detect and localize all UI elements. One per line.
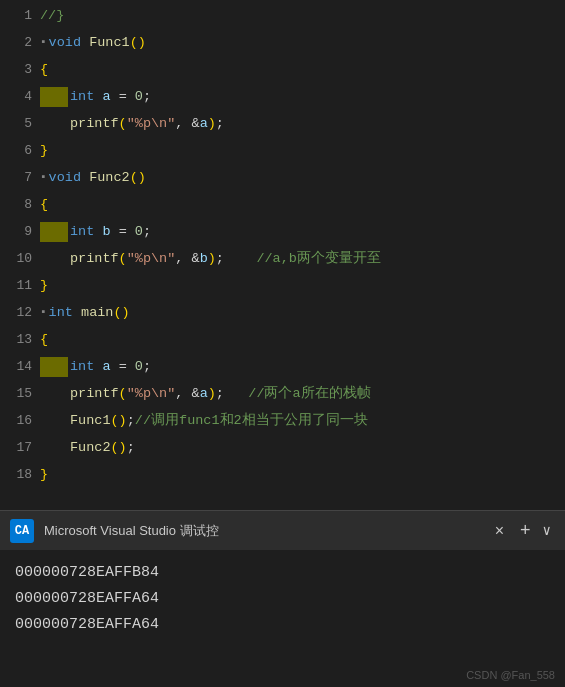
brace-open-3: { bbox=[40, 326, 48, 353]
code-line-5: printf ( "%p\n" , & a ) ; bbox=[40, 110, 565, 137]
keyword-void-1: void bbox=[49, 29, 81, 56]
comment-3: //两个a所在的栈帧 bbox=[248, 380, 370, 407]
var-a-2: a bbox=[102, 353, 110, 380]
terminal-bar: CA Microsoft Visual Studio 调试控 × + ∨ bbox=[0, 510, 565, 550]
line-num-14: 14 bbox=[0, 353, 32, 380]
str-3: "%p\n" bbox=[127, 380, 176, 407]
code-line-6: } bbox=[40, 137, 565, 164]
output-line-3: 000000728EAFFA64 bbox=[15, 612, 550, 638]
num-0-2: 0 bbox=[135, 218, 143, 245]
keyword-int-2: int bbox=[70, 218, 94, 245]
output-line-2: 000000728EAFFA64 bbox=[15, 586, 550, 612]
comment-4: //调用func1和2相当于公用了同一块 bbox=[135, 407, 368, 434]
line-num-18: 18 bbox=[0, 461, 32, 488]
line-num-11: 11 bbox=[0, 272, 32, 299]
code-line-7: ▪ void Func2 () bbox=[40, 164, 565, 191]
code-line-15: printf ( "%p\n" , & a ) ; //两个a所在的栈帧 bbox=[40, 380, 565, 407]
brace-close-3: } bbox=[40, 461, 48, 488]
code-line-1: //} bbox=[40, 2, 565, 29]
line-num-7: 7 bbox=[0, 164, 32, 191]
line-num-10: 10 bbox=[0, 245, 32, 272]
printf-1: printf bbox=[70, 110, 119, 137]
highlight-block-1 bbox=[40, 87, 68, 107]
line-num-5: 5 bbox=[0, 110, 32, 137]
code-line-16: Func1 () ; //调用func1和2相当于公用了同一块 bbox=[40, 407, 565, 434]
comment-1: //} bbox=[40, 2, 64, 29]
code-line-11: } bbox=[40, 272, 565, 299]
keyword-int-main: int bbox=[49, 299, 73, 326]
keyword-int-1: int bbox=[70, 83, 94, 110]
line-num-6: 6 bbox=[0, 137, 32, 164]
code-line-18: } bbox=[40, 461, 565, 488]
code-line-10: printf ( "%p\n" , & b ) ; //a,b两个变量开至 bbox=[40, 245, 565, 272]
func-name-2: Func2 bbox=[89, 164, 130, 191]
line-num-3: 3 bbox=[0, 56, 32, 83]
func2-call: Func2 bbox=[70, 434, 111, 461]
terminal-icon-label: CA bbox=[15, 524, 29, 538]
output-line-1: 000000728EAFFB84 bbox=[15, 560, 550, 586]
line-num-15: 15 bbox=[0, 380, 32, 407]
line-num-12: 12 bbox=[0, 299, 32, 326]
func-name-1: Func1 bbox=[89, 29, 130, 56]
output-area: 000000728EAFFB84 000000728EAFFA64 000000… bbox=[0, 550, 565, 687]
code-line-3: { bbox=[40, 56, 565, 83]
code-line-17: Func2 () ; bbox=[40, 434, 565, 461]
terminal-add-button[interactable]: + bbox=[512, 520, 539, 541]
comment-2: //a,b两个变量开至 bbox=[256, 245, 381, 272]
terminal-chevron-button[interactable]: ∨ bbox=[539, 522, 555, 539]
func1-call: Func1 bbox=[70, 407, 111, 434]
keyword-int-3: int bbox=[70, 353, 94, 380]
code-line-12: ▪ int main () bbox=[40, 299, 565, 326]
code-line-13: { bbox=[40, 326, 565, 353]
printf-3: printf bbox=[70, 380, 119, 407]
var-a-1: a bbox=[102, 83, 110, 110]
line-num-1: 1 bbox=[0, 2, 32, 29]
highlight-block-3 bbox=[40, 357, 68, 377]
terminal-icon: CA bbox=[10, 519, 34, 543]
line-num-17: 17 bbox=[0, 434, 32, 461]
printf-2: printf bbox=[70, 245, 119, 272]
str-2: "%p\n" bbox=[127, 245, 176, 272]
line-num-16: 16 bbox=[0, 407, 32, 434]
num-0-3: 0 bbox=[135, 353, 143, 380]
line-num-8: 8 bbox=[0, 191, 32, 218]
code-line-2: ▪ void Func1 () bbox=[40, 29, 565, 56]
collapse-icon-3[interactable]: ▪ bbox=[40, 299, 47, 326]
num-0-1: 0 bbox=[135, 83, 143, 110]
collapse-icon-1[interactable]: ▪ bbox=[40, 29, 47, 56]
terminal-title: Microsoft Visual Studio 调试控 bbox=[44, 522, 487, 540]
str-1: "%p\n" bbox=[127, 110, 176, 137]
brace-open-1: { bbox=[40, 56, 48, 83]
line-num-13: 13 bbox=[0, 326, 32, 353]
brace-close-1: } bbox=[40, 137, 48, 164]
code-editor: 1 2 3 4 5 6 7 8 9 10 11 12 13 14 15 16 1… bbox=[0, 0, 565, 510]
var-b: b bbox=[102, 218, 110, 245]
code-line-8: { bbox=[40, 191, 565, 218]
keyword-void-2: void bbox=[49, 164, 81, 191]
highlight-block-2 bbox=[40, 222, 68, 242]
brace-open-2: { bbox=[40, 191, 48, 218]
func-name-main: main bbox=[81, 299, 113, 326]
code-content: //} ▪ void Func1 () { int a = 0 ; prin bbox=[40, 0, 565, 510]
collapse-icon-2[interactable]: ▪ bbox=[40, 164, 47, 191]
line-numbers: 1 2 3 4 5 6 7 8 9 10 11 12 13 14 15 16 1… bbox=[0, 0, 40, 510]
code-line-14: int a = 0 ; bbox=[40, 353, 565, 380]
code-line-4: int a = 0 ; bbox=[40, 83, 565, 110]
terminal-close-button[interactable]: × bbox=[487, 522, 512, 540]
watermark: CSDN @Fan_558 bbox=[466, 669, 555, 681]
code-line-9: int b = 0 ; bbox=[40, 218, 565, 245]
line-num-2: 2 bbox=[0, 29, 32, 56]
line-num-4: 4 bbox=[0, 83, 32, 110]
line-num-9: 9 bbox=[0, 218, 32, 245]
brace-close-2: } bbox=[40, 272, 48, 299]
